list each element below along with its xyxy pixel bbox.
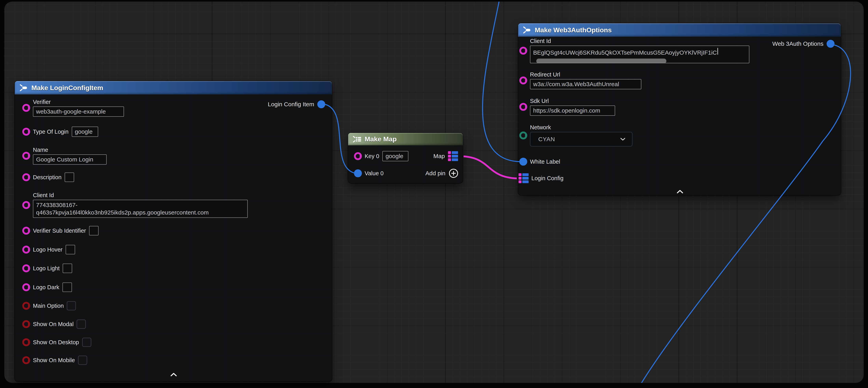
pin-row-logo-hover: Logo Hover (22, 244, 75, 255)
collapse-node-chevron-icon[interactable] (677, 190, 683, 193)
login-config-item-output-pin[interactable] (317, 100, 325, 108)
make-struct-icon (19, 84, 28, 92)
logo-light-pin[interactable] (22, 264, 30, 272)
pin-row-show-on-mobile: Show On Mobile (22, 355, 87, 365)
show-on-mobile-checkbox[interactable] (78, 356, 87, 365)
pin-row-description: Description (22, 172, 74, 182)
redirect-url-input[interactable]: w3a://com.w3a.Web3AuthUnreal (530, 79, 641, 89)
w3a-client-id-value: BEglQSgt4cUWcj6SKRdu5QkOXTsePmMcusG5EAoy… (533, 49, 717, 56)
network-pin[interactable] (519, 131, 527, 139)
main-option-pin[interactable] (22, 302, 30, 310)
description-input[interactable] (65, 173, 74, 182)
name-label: Name (33, 147, 106, 153)
verifier-sub-identifier-pin[interactable] (22, 227, 30, 235)
description-label: Description (33, 174, 61, 181)
pin-row-sdk-url: Sdk Url https://sdk.openlogin.com (519, 98, 615, 116)
login-config-label: Login Config (531, 175, 563, 182)
sdk-url-pin[interactable] (519, 103, 527, 111)
pin-row-login-config-item-out: Login Config Item (268, 99, 325, 110)
type-of-login-input[interactable]: google (72, 126, 98, 137)
pin-row-verifier-sub-identifier: Verifier Sub Identifier (22, 226, 98, 236)
show-on-desktop-label: Show On Desktop (33, 339, 79, 346)
network-label: Network (530, 124, 632, 131)
login-config-pin[interactable] (519, 173, 529, 183)
name-input[interactable]: Google Custom Login (33, 154, 106, 165)
web3auth-options-output-pin[interactable] (827, 40, 835, 48)
client-id-label: Client Id (33, 192, 248, 199)
show-on-desktop-checkbox[interactable] (82, 338, 91, 347)
editor-frame: Make LoginConfigItem Login Config Item V… (0, 0, 868, 388)
name-value: Google Custom Login (36, 156, 93, 163)
node-make-loginconfigitem[interactable]: Make LoginConfigItem Login Config Item V… (15, 81, 332, 382)
white-label-label: White Label (530, 158, 560, 165)
w3a-client-id-pin[interactable] (519, 47, 527, 55)
node-header-make-loginconfigitem[interactable]: Make LoginConfigItem (15, 81, 332, 94)
sdk-url-label: Sdk Url (530, 98, 615, 104)
description-pin[interactable] (22, 173, 30, 181)
pin-row-show-on-modal: Show On Modal (22, 319, 86, 329)
verifier-sub-identifier-input[interactable] (89, 226, 98, 235)
main-option-label: Main Option (33, 303, 64, 309)
logo-hover-pin[interactable] (22, 246, 30, 253)
logo-dark-input[interactable] (62, 282, 72, 292)
logo-dark-pin[interactable] (22, 283, 30, 291)
w3a-client-id-input[interactable]: BEglQSgt4cUWcj6SKRdu5QkOXTsePmMcusG5EAoy… (530, 46, 749, 63)
verifier-sub-identifier-label: Verifier Sub Identifier (33, 228, 86, 234)
logo-hover-input[interactable] (66, 245, 75, 254)
redirect-url-value: w3a://com.w3a.Web3AuthUnreal (533, 81, 619, 88)
key0-input[interactable]: google (382, 151, 408, 161)
pin-row-client-id: Client Id 774338308167- q463s7kpvja16l4l… (22, 192, 248, 218)
client-id-scrollbar-thumb[interactable] (536, 59, 666, 63)
logo-light-label: Logo Light (33, 265, 60, 272)
pin-row-redirect-url: Redirect Url w3a://com.w3a.Web3AuthUnrea… (519, 71, 641, 89)
logo-light-input[interactable] (63, 264, 72, 273)
type-of-login-value: google (75, 128, 93, 135)
main-option-checkbox[interactable] (67, 301, 76, 310)
redirect-url-pin[interactable] (519, 77, 527, 84)
map-out-label: Map (433, 153, 445, 159)
show-on-modal-pin[interactable] (22, 320, 30, 328)
add-pin-label: Add pin (425, 170, 445, 177)
logo-hover-label: Logo Hover (33, 246, 62, 253)
pin-row-show-on-desktop: Show On Desktop (22, 337, 91, 348)
text-caret (717, 48, 718, 55)
key0-pin[interactable] (354, 152, 362, 160)
logo-dark-label: Logo Dark (33, 284, 59, 291)
map-output-pin[interactable] (448, 151, 458, 161)
show-on-mobile-pin[interactable] (22, 356, 30, 364)
verifier-input[interactable]: web3auth-google-example (33, 107, 124, 117)
pin-row-web3auth-options-out: Web 3Auth Options (772, 39, 835, 49)
pin-row-network: Network CYAN (519, 124, 632, 147)
node-make-map[interactable]: Make Map Key 0 google Map Value 0 Add pi… (348, 133, 463, 183)
node-make-web3authoptions[interactable]: Make Web3AuthOptions Web 3Auth Options C… (518, 23, 841, 195)
node-title: Make LoginConfigItem (31, 84, 103, 92)
blueprint-graph-canvas[interactable]: Make LoginConfigItem Login Config Item V… (4, 2, 864, 383)
collapse-node-chevron-icon[interactable] (170, 373, 177, 376)
sdk-url-value: https://sdk.openlogin.com (533, 107, 600, 114)
node-header-make-web3authoptions[interactable]: Make Web3AuthOptions (518, 23, 841, 37)
add-pin-button[interactable] (449, 169, 458, 178)
node-header-make-map[interactable]: Make Map (348, 133, 463, 145)
name-pin[interactable] (22, 152, 30, 160)
pin-row-map-out: Map (433, 151, 458, 161)
show-on-desktop-pin[interactable] (22, 338, 30, 346)
type-of-login-pin[interactable] (22, 128, 30, 136)
pin-row-logo-light: Logo Light (22, 263, 72, 273)
pin-row-verifier: Verifier web3auth-google-example (22, 99, 124, 117)
verifier-pin[interactable] (22, 104, 30, 112)
client-id-value-line2: q463s7kpvja16l4l0kko3nb925ikds2p.apps.go… (36, 209, 209, 216)
pin-row-type-of-login: Type Of Login google (22, 126, 98, 137)
client-id-input[interactable]: 774338308167- q463s7kpvja16l4l0kko3nb925… (33, 200, 248, 218)
network-dropdown[interactable]: CYAN (530, 132, 632, 147)
redirect-url-label: Redirect Url (530, 71, 641, 78)
key0-label: Key 0 (365, 153, 379, 159)
show-on-modal-checkbox[interactable] (77, 320, 86, 329)
value0-pin[interactable] (354, 169, 362, 177)
pin-row-value0: Value 0 (354, 168, 383, 178)
white-label-pin[interactable] (519, 158, 527, 166)
node-title: Make Map (365, 135, 397, 143)
show-on-modal-label: Show On Modal (33, 321, 73, 327)
pin-row-login-config: Login Config (519, 173, 563, 183)
client-id-pin[interactable] (22, 201, 30, 209)
sdk-url-input[interactable]: https://sdk.openlogin.com (530, 106, 615, 116)
